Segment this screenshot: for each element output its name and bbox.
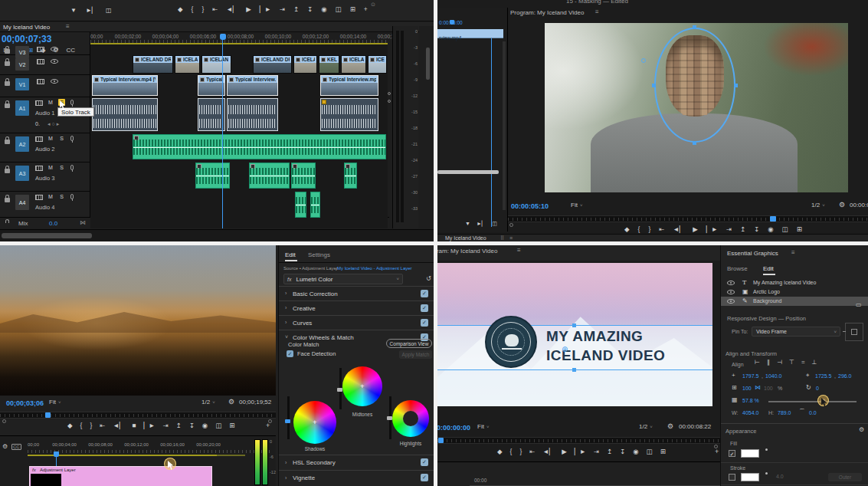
gear-icon[interactable]: ⊙ xyxy=(371,2,375,7)
selection-handle[interactable] xyxy=(572,368,576,372)
panel-menu-icon[interactable]: ≡ xyxy=(66,24,70,30)
track-volume-value[interactable]: 0. xyxy=(35,121,40,126)
width-value[interactable]: 4054.0 xyxy=(742,410,758,415)
fill-color-swatch[interactable] xyxy=(741,449,759,458)
button-editor-icon[interactable]: + xyxy=(715,448,719,455)
face-detection-checkbox[interactable]: ✓ xyxy=(287,350,293,357)
lift-icon[interactable]: ↥ xyxy=(740,226,745,233)
play-icon[interactable]: ▶ xyxy=(562,448,567,455)
go-to-out-icon[interactable]: ⇥ xyxy=(280,6,285,13)
export-frame-icon[interactable]: ◉ xyxy=(321,6,326,13)
section-enable-checkbox[interactable]: ✓ xyxy=(421,458,428,466)
anchor-point-icon[interactable]: ⊕ xyxy=(562,345,568,353)
target-sequence-label[interactable]: My Iceland Video - Adjustment Layer xyxy=(337,266,412,271)
lock-icon[interactable] xyxy=(5,61,10,66)
source-patch-icon[interactable] xyxy=(35,100,43,106)
settings-wrench-icon[interactable]: ⚙ xyxy=(839,202,845,209)
mark-in-icon[interactable]: { xyxy=(638,226,640,233)
solo-button[interactable]: S xyxy=(58,164,65,171)
layer-row-my-amazing-iceland-video[interactable]: TMy Amazing Iceland Video xyxy=(721,278,868,287)
audio-clip-a3[interactable] xyxy=(291,163,316,189)
section-enable-checkbox[interactable]: ✓ xyxy=(421,474,428,481)
monitor-scrubber[interactable] xyxy=(0,412,276,419)
solo-button[interactable]: S xyxy=(58,135,65,142)
extract-icon[interactable]: ↧ xyxy=(189,422,195,429)
timeline-settings-icon[interactable]: ⚙ xyxy=(2,444,8,450)
anchor-x-value[interactable]: 1725.5 xyxy=(815,373,831,379)
shadows-slider-handle[interactable] xyxy=(285,419,290,423)
program-timecode[interactable]: 00:00:00:00 xyxy=(437,424,470,432)
source-patch-icon[interactable] xyxy=(37,47,44,52)
scroll-knob[interactable] xyxy=(388,100,391,103)
fit-dropdown[interactable]: Fit˅ xyxy=(477,424,489,430)
keyframe-nav-icons[interactable]: ◂ ○ ▸ xyxy=(47,121,59,127)
mark-in-icon[interactable]: { xyxy=(80,422,83,429)
anchor-y-value[interactable]: 296.0 xyxy=(838,373,852,379)
extract-icon[interactable]: ↧ xyxy=(307,6,313,13)
source-patch-icon[interactable] xyxy=(35,166,43,171)
shadows-luma-slider[interactable] xyxy=(287,396,290,439)
panel-menu-icon[interactable]: ≡ xyxy=(791,250,795,256)
ec-clip-bar[interactable]: rview.mp4 xyxy=(437,29,503,38)
video-clip-v2[interactable]: ICELAND DRO xyxy=(133,55,173,74)
layer-row-background[interactable]: ✎Background xyxy=(721,297,868,306)
monitor-scrubber[interactable] xyxy=(437,437,720,444)
mask-handle[interactable] xyxy=(693,141,696,145)
monitor-scrubber[interactable] xyxy=(508,215,868,222)
scrubber-playhead[interactable] xyxy=(438,438,444,443)
scrubber-playhead[interactable] xyxy=(770,216,776,222)
record-mic-icon[interactable] xyxy=(70,136,74,141)
lumetri-section-creative[interactable]: ›Creative✓ xyxy=(279,300,434,315)
filter-icon[interactable]: ▼ xyxy=(465,221,470,226)
mark-in-icon[interactable]: { xyxy=(192,6,194,13)
video-clip-v2[interactable]: ICE xyxy=(368,55,387,74)
mask-ellipse[interactable] xyxy=(654,28,735,143)
toggle-track-output-eye-icon[interactable] xyxy=(51,79,58,84)
preview-timecode[interactable]: 00;00;03;06 xyxy=(6,399,44,407)
captions-icon[interactable]: CC xyxy=(11,444,21,450)
mask-handle[interactable] xyxy=(652,84,656,87)
lumetri-section-curves[interactable]: ›Curves✓ xyxy=(279,315,434,330)
vertical-scrollbar-thumb[interactable] xyxy=(426,48,430,80)
go-to-in-icon[interactable]: ⇤ xyxy=(100,422,105,429)
fit-dropdown[interactable]: Fit˅ xyxy=(571,202,582,209)
track-target-a2[interactable]: A2 xyxy=(15,136,29,152)
reset-effect-icon[interactable]: ↺ xyxy=(426,276,431,282)
video-clip-v2[interactable]: ICELAND DRO xyxy=(253,55,292,74)
program-video-frame[interactable] xyxy=(545,23,848,192)
tab-settings[interactable]: Settings xyxy=(308,251,330,258)
lock-icon[interactable] xyxy=(5,103,10,108)
section-enable-checkbox[interactable]: ✓ xyxy=(421,304,428,312)
track-target-v1[interactable]: V1 xyxy=(15,78,29,90)
arctic-logo-badge[interactable] xyxy=(485,316,537,368)
lock-icon[interactable] xyxy=(5,49,10,54)
graphics-video-frame[interactable]: MY AMAZING ICELAND VIDEO ⊕ xyxy=(437,263,712,406)
audio-clip-a1[interactable] xyxy=(320,98,378,131)
track-target-a3[interactable]: A3 xyxy=(15,166,29,181)
opacity-value[interactable]: 57.8 % xyxy=(742,398,759,403)
step-forward-icon[interactable]: ▏► xyxy=(706,226,718,233)
tab-browse[interactable]: Browse xyxy=(727,265,748,272)
ec-horizontal-scrollbar[interactable] xyxy=(437,170,499,174)
corner-radius-value[interactable]: 0.0 xyxy=(809,410,817,415)
lumetri-section-basic-correction[interactable]: ›Basic Correction✓ xyxy=(279,286,434,300)
pin-to-dropdown[interactable]: Video Frame ˅ xyxy=(752,327,840,337)
align-center-horizontal-icon[interactable]: ∥ xyxy=(767,360,770,366)
panel-menu-icon[interactable]: ≡ xyxy=(595,9,599,15)
tab-edit[interactable]: Edit xyxy=(763,265,774,272)
audio-clip-a2[interactable] xyxy=(133,134,386,159)
zoom-handle[interactable] xyxy=(509,223,513,227)
scale-value[interactable]: 100 xyxy=(742,386,752,391)
mark-out-icon[interactable]: } xyxy=(648,226,650,233)
align-bottom-icon[interactable]: ⊥ xyxy=(812,360,817,366)
settings-wrench-icon[interactable]: ⚙ xyxy=(228,399,234,406)
stroke-checkbox[interactable] xyxy=(729,474,735,481)
zoom-handle[interactable] xyxy=(2,419,6,423)
mark-out-icon[interactable]: } xyxy=(90,422,92,429)
multi-camera-icon[interactable]: ⊞ xyxy=(229,422,234,429)
mask-feather-handle[interactable] xyxy=(641,58,646,63)
step-back-icon[interactable]: ◄▏ xyxy=(673,226,684,233)
lift-icon[interactable]: ↥ xyxy=(607,448,612,455)
mute-button[interactable]: M xyxy=(48,165,53,170)
go-to-out-icon[interactable]: ⇥ xyxy=(726,226,732,233)
